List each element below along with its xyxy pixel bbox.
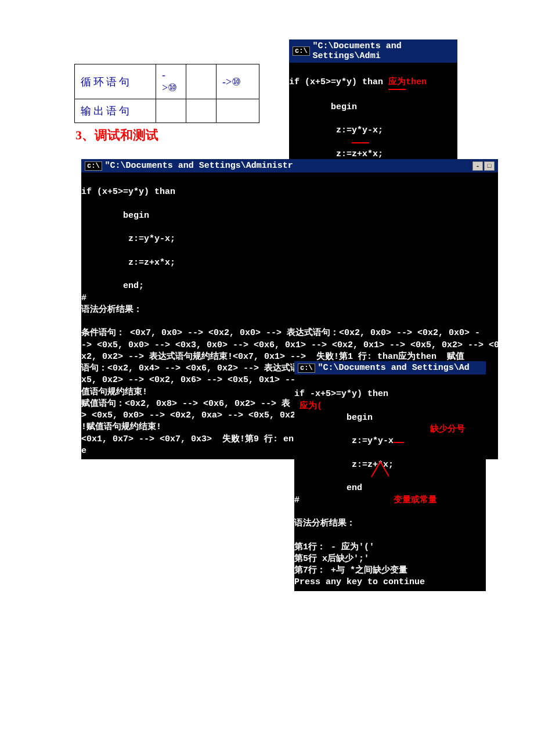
- cell-output-stmt: 输出语句: [75, 99, 156, 123]
- code-line: z:=y*y-x: [294, 436, 394, 446]
- code-line: end: [294, 483, 362, 493]
- code-line: z:=z+x*x;: [81, 258, 175, 268]
- annotation-line: [352, 142, 369, 143]
- cell-arrow-10a: ->⑩: [156, 64, 186, 99]
- table-row: 输出语句: [75, 99, 259, 123]
- cell-arrow-10b: ->⑩: [217, 64, 259, 99]
- continue-prompt: Press any key to continue: [294, 577, 425, 587]
- code-line: z:=y*y-x;: [81, 234, 175, 244]
- grammar-table: 循环语句 ->⑩ ->⑩ 输出语句: [74, 64, 259, 123]
- code-line: z:=y*y-x;: [289, 125, 383, 135]
- titlebar-2: c:\ "C:\Documents and Settings\Administr…: [81, 159, 498, 172]
- code-line: if -x+5>=y*y) then: [294, 389, 388, 399]
- maximize-button[interactable]: □: [484, 161, 495, 171]
- titlebar-3: c:\ "C:\Documents and Settings\Ad: [294, 361, 486, 375]
- cmd-icon: c:\: [293, 46, 310, 56]
- annotation-variable: 变量或常量: [394, 495, 437, 505]
- cell-loop-stmt: 循环语句: [75, 64, 156, 99]
- result-heading: 语法分析结果：: [294, 519, 355, 528]
- table-row: 循环语句 ->⑩ ->⑩: [75, 64, 259, 99]
- result-heading: 语法分析结果：: [81, 305, 142, 315]
- underline-mark: [394, 442, 404, 443]
- result-line: 第7行： +与 *之间缺少变量: [294, 566, 407, 575]
- result-line: 第1行： - 应为'(': [294, 542, 374, 552]
- cmd-icon: c:\: [298, 363, 315, 373]
- section-heading: 3、调试和测试: [75, 127, 158, 144]
- window-title: "C:\Documents and Settings\Admi: [313, 41, 454, 61]
- result-line: 第5行 x后缺少';': [294, 554, 369, 564]
- terminal-window-3: c:\ "C:\Documents and Settings\Ad if -x+…: [294, 361, 486, 591]
- annotation-paren: 应为(: [300, 401, 322, 411]
- annotation-underline: 应为: [388, 77, 406, 89]
- hash-marker: #: [81, 293, 86, 303]
- cell-empty: [186, 64, 217, 99]
- minimize-button[interactable]: -: [472, 161, 483, 171]
- code-line: if (x+5>=y*y) than: [289, 77, 383, 87]
- code-line: end;: [81, 281, 144, 291]
- cmd-icon: c:\: [85, 161, 102, 171]
- cell-empty: [217, 99, 259, 123]
- hash-marker: #: [294, 495, 300, 505]
- cell-empty: [156, 99, 186, 123]
- code-line: if (x+5>=y*y) than: [81, 187, 175, 197]
- window-buttons: - □: [472, 161, 495, 171]
- code-line: z:=z+x*x;: [289, 149, 383, 159]
- code-line: begin: [289, 102, 357, 112]
- code-line: begin: [294, 413, 373, 423]
- terminal-body-3: if -x+5>=y*y) then 应为( begin 缺少分号 z:=y*y…: [294, 375, 486, 591]
- window-title: "C:\Documents and Settings\Ad: [318, 363, 470, 373]
- code-line: begin: [81, 211, 149, 221]
- annotation-semicolon: 缺少分号: [430, 424, 465, 434]
- titlebar-1: c:\ "C:\Documents and Settings\Admi: [289, 39, 457, 63]
- window-title: "C:\Documents and Settings\Administr: [105, 161, 293, 171]
- cell-empty: [186, 99, 217, 123]
